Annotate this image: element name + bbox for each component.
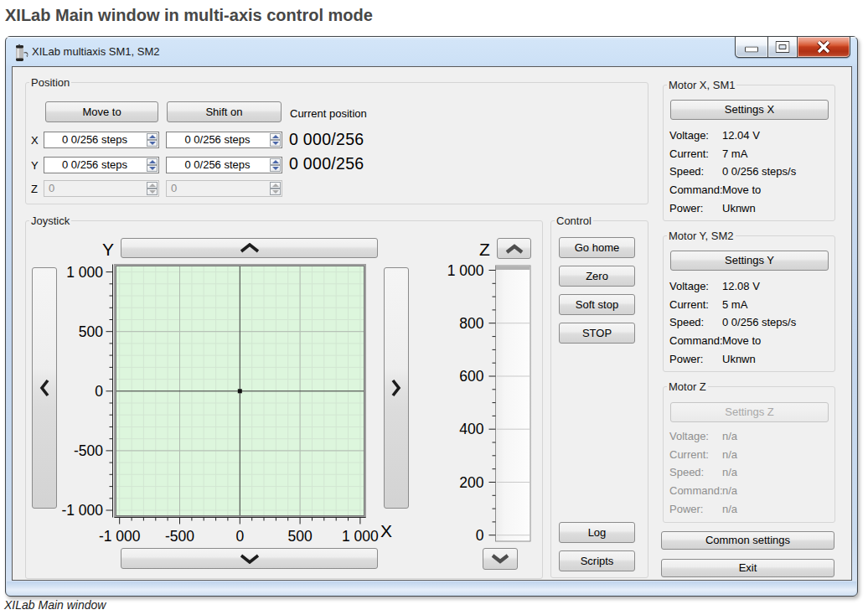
svg-text:0: 0 bbox=[95, 383, 103, 400]
svg-text:200: 200 bbox=[459, 474, 483, 491]
svg-text:1 000: 1 000 bbox=[447, 262, 484, 279]
svg-text:-1 000: -1 000 bbox=[61, 502, 103, 519]
svg-text:800: 800 bbox=[459, 315, 483, 332]
svg-text:1 000: 1 000 bbox=[342, 528, 379, 545]
svg-text:-500: -500 bbox=[74, 442, 103, 459]
svg-text:-500: -500 bbox=[165, 528, 194, 545]
svg-text:500: 500 bbox=[79, 323, 103, 340]
svg-text:0: 0 bbox=[476, 527, 484, 544]
svg-text:500: 500 bbox=[287, 528, 312, 545]
svg-text:-1 000: -1 000 bbox=[99, 528, 141, 545]
svg-text:0: 0 bbox=[235, 528, 244, 545]
svg-text:600: 600 bbox=[459, 368, 483, 385]
svg-text:400: 400 bbox=[459, 421, 483, 437]
svg-text:1 000: 1 000 bbox=[66, 264, 103, 281]
